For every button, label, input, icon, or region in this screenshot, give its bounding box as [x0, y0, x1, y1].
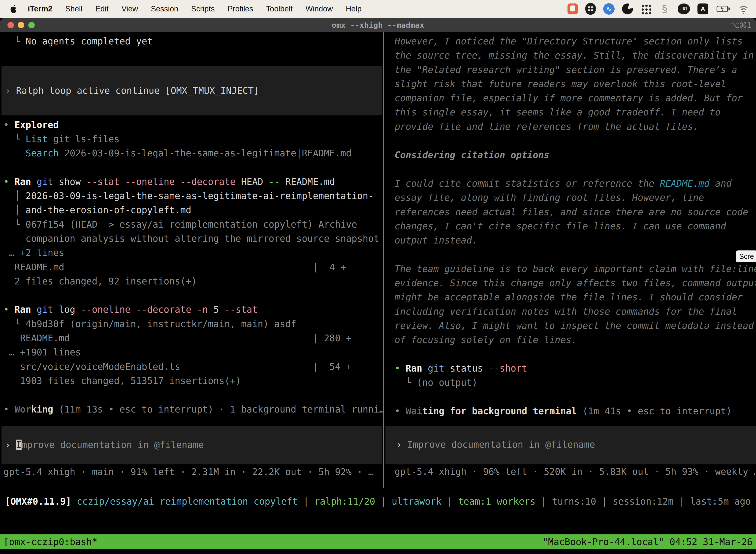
terminal-line: … +1901 lines	[3, 345, 383, 359]
terminal-line: output instead.	[395, 233, 756, 247]
terminal-line: references need actual files, and since …	[395, 205, 756, 219]
terminal-line: essay file, along with finding root file…	[395, 190, 756, 205]
terminal-line: gpt-5.4 xhigh · main · 91% left · 2.31M …	[3, 465, 383, 479]
right-prompt-input[interactable]: › Improve documentation in @filename	[385, 426, 756, 464]
terminal-line: 2 files changed, 92 insertions(+)	[3, 274, 383, 288]
tmux-session-label: [omx-cczip0:bash*	[3, 537, 98, 547]
window-bottom-edge	[0, 549, 756, 554]
terminal-line: └ No agents completed yet	[3, 34, 383, 48]
menu-item-shell[interactable]: Shell	[65, 4, 82, 13]
menu-item-session[interactable]: Session	[151, 4, 178, 13]
menubar-status-icons: ∿§..61Aϟ	[567, 3, 750, 15]
terminal-line: • Ran git status --short	[395, 362, 756, 376]
menu-items: iTerm2ShellEditViewSessionScriptsProfile…	[28, 4, 362, 13]
terminal-line: README.md | 280 +	[3, 331, 383, 345]
terminal-line: Considering citation options	[395, 148, 756, 162]
terminal-line: However, I noticed the "Directory Struct…	[395, 34, 756, 48]
right-terminal-pane[interactable]: However, I noticed the "Directory Struct…	[383, 32, 756, 488]
terminal-line: gpt-5.4 xhigh · 96% left · 520K in · 5.8…	[395, 465, 756, 479]
terminal-line	[3, 288, 383, 302]
terminal-line: • Ran git show --stat --oneline --decora…	[3, 175, 383, 189]
terminal-line: the source tree, missing the essay. Stil…	[395, 48, 756, 63]
omx-status-bar: [OMX#0.11.9] cczip/essay/ai-reimplementa…	[0, 488, 756, 535]
chat-app-icon[interactable]	[567, 3, 578, 14]
terminal-line	[395, 347, 756, 362]
terminal-line: └ List git ls-files	[3, 132, 383, 146]
right-model-status: gpt-5.4 xhigh · 96% left · 520K in · 5.8…	[395, 465, 756, 479]
terminal-line: provide file and line references from th…	[395, 120, 756, 134]
terminal-line: › Improve documentation in @filename	[396, 438, 756, 452]
pie-app-icon[interactable]	[622, 3, 633, 14]
terminal-line: including verification notes with those …	[395, 304, 756, 319]
terminal-line: of focusing solely on file lines.	[395, 333, 756, 347]
terminal-line: └ 067f154 (HEAD -> essay/ai-reimplementa…	[3, 217, 383, 232]
terminal-line: might be acceptable alongside the file l…	[395, 290, 756, 304]
left-transcript: • Explored └ List git ls-files Search 20…	[0, 118, 383, 417]
input-source-icon[interactable]: A	[697, 3, 708, 14]
screen-tooltip[interactable]: Scre	[736, 251, 756, 262]
menu-item-view[interactable]: View	[122, 4, 138, 13]
terminal-line: └ 4b9d30f (origin/main, instructkr/main,…	[3, 317, 383, 331]
menu-item-scripts[interactable]: Scripts	[191, 4, 215, 13]
terminal-line: evidence. Since this change only affects…	[395, 276, 756, 290]
terminal-line: companion analysis without altering the …	[3, 232, 383, 246]
terminal-line: 1903 files changed, 513517 insertions(+)	[3, 374, 383, 388]
shield-app-icon[interactable]	[585, 3, 596, 15]
left-terminal-pane[interactable]: └ No agents completed yet › Ralph loop a…	[0, 32, 383, 488]
terminal-line: › Improve documentation in @filename	[5, 438, 382, 452]
terminal-line	[395, 390, 756, 404]
iterm-window: omx --xhigh --madmax ⌥⌘1 └ No agents com…	[0, 18, 756, 554]
menu-item-help[interactable]: Help	[346, 4, 362, 13]
terminal-line	[3, 160, 383, 174]
squiggle-icon[interactable]: §	[659, 3, 670, 15]
tmux-status-bar: [omx-cczip0:bash* "MacBook-Pro-44.local"…	[0, 535, 756, 549]
terminal-line: src/voice/voiceModeEnabled.ts | 54 +	[3, 359, 383, 374]
right-transcript: However, I noticed the "Directory Struct…	[395, 34, 756, 418]
terminal-line: The team guideline is to back every impo…	[395, 262, 756, 276]
terminal-line: • Working (11m 13s • esc to interrupt) ·…	[3, 402, 383, 417]
window-title: omx --xhigh --madmax	[0, 20, 756, 30]
terminal-line	[395, 247, 756, 262]
badge-app-icon[interactable]: ∿	[603, 3, 615, 15]
left-prompt-input[interactable]: › Improve documentation in @filename	[1, 426, 382, 464]
terminal-line	[395, 162, 756, 176]
window-titlebar[interactable]: omx --xhigh --madmax ⌥⌘1	[0, 18, 756, 32]
terminal-line: • Ran git log --oneline --decorate -n 5 …	[3, 302, 383, 317]
terminal-line: [OMX#0.11.9] cczip/essay/ai-reimplementa…	[5, 494, 756, 509]
menu-item-iterm2[interactable]: iTerm2	[28, 4, 52, 13]
terminal-line: Search 2026-03-09-is-legal-the-same-as-l…	[3, 146, 383, 160]
terminal-line: › Ralph loop active continue [OMX_TMUX_I…	[5, 84, 382, 98]
terminal-line: • Waiting for background terminal (1m 41…	[395, 404, 756, 418]
terminal-line: … +2 lines	[3, 246, 383, 260]
apple-icon[interactable]	[10, 4, 17, 13]
terminal-line: companion file, especially if more comme…	[395, 91, 756, 105]
terminal-line: changes, I can't cite specific file line…	[395, 219, 756, 233]
terminal-line: the "Related research writing" section i…	[395, 63, 756, 77]
terminal-line: this single essay, it seems like a good …	[395, 105, 756, 119]
terminal-line	[395, 134, 756, 148]
ralph-loop-banner: › Ralph loop active continue [OMX_TMUX_I…	[1, 66, 382, 115]
terminal-line: │ 2026-03-09-is-legal-the-same-as-legiti…	[3, 189, 383, 203]
window-shortcut-hint: ⌥⌘1	[731, 21, 752, 30]
battery-icon[interactable]: ϟ	[716, 3, 730, 15]
menu-item-profiles[interactable]: Profiles	[228, 4, 253, 13]
tmux-host-clock: "MacBook-Pro-44.local" 04:52 31-Mar-26	[543, 537, 753, 547]
terminal-line: │ and-the-erosion-of-copyleft.md	[3, 203, 383, 217]
terminal-line: review. Also, I might want to inspect th…	[395, 319, 756, 333]
percent-badge-icon[interactable]: ..61	[678, 3, 690, 14]
terminal-line	[3, 388, 383, 402]
terminal-line: I could cite commit statistics or refere…	[395, 176, 756, 190]
menu-item-toolbelt[interactable]: Toolbelt	[266, 4, 293, 13]
terminal-line: └ (no output)	[395, 376, 756, 390]
menu-item-edit[interactable]: Edit	[95, 4, 108, 13]
terminal-line: slight risk that future readers may over…	[395, 77, 756, 91]
wifi-icon[interactable]	[738, 4, 750, 14]
left-model-status: gpt-5.4 xhigh · main · 91% left · 2.31M …	[0, 465, 383, 479]
terminal-line: README.md | 4 +	[3, 260, 383, 274]
menu-bar: iTerm2ShellEditViewSessionScriptsProfile…	[0, 0, 756, 18]
menu-item-window[interactable]: Window	[306, 4, 333, 13]
agents-status-lines: └ No agents completed yet	[0, 34, 383, 48]
terminal-line: • Explored	[3, 118, 383, 132]
dots-grid-icon[interactable]	[640, 3, 651, 14]
